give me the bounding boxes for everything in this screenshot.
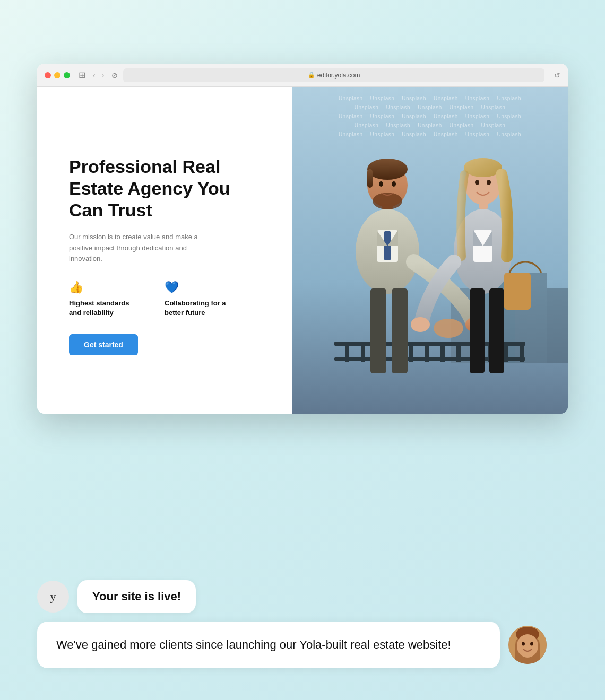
watermark-text: Unsplash bbox=[402, 95, 426, 101]
feature-icons-row: 👍 Highest standards and reliability 💙 Co… bbox=[69, 281, 265, 318]
watermark-text: Unsplash bbox=[481, 104, 506, 110]
overlay-row-2: Unsplash Unsplash Unsplash Unsplash Unsp… bbox=[355, 104, 506, 110]
svg-point-53 bbox=[530, 642, 533, 646]
watermark-text: Unsplash bbox=[370, 132, 395, 137]
address-bar[interactable]: 🔒 editor.yola.com bbox=[123, 68, 544, 82]
watermark-text: Unsplash bbox=[370, 95, 395, 101]
url-text: editor.yola.com bbox=[317, 72, 360, 79]
right-panel: Unsplash Unsplash Unsplash Unsplash Unsp… bbox=[292, 87, 568, 414]
get-started-button[interactable]: Get started bbox=[69, 334, 138, 355]
watermark-text: Unsplash bbox=[418, 122, 442, 128]
feature-item-standards: 👍 Highest standards and reliability bbox=[69, 281, 143, 318]
lock-icon: 🔒 bbox=[308, 72, 315, 78]
watermark-text: Unsplash bbox=[450, 104, 474, 110]
hero-description: Our mission is to create value and make … bbox=[69, 232, 218, 265]
overlay-row-1: Unsplash Unsplash Unsplash Unsplash Unsp… bbox=[339, 95, 521, 101]
watermark-text: Unsplash bbox=[418, 104, 442, 110]
watermark-text: Unsplash bbox=[339, 113, 363, 119]
feature-label-standards: Highest standards and reliability bbox=[69, 299, 143, 318]
watermark-text: Unsplash bbox=[355, 122, 379, 128]
forward-arrow-icon[interactable]: › bbox=[100, 70, 107, 81]
close-button-icon[interactable] bbox=[45, 72, 51, 78]
feature-label-collaborating: Collaborating for a better future bbox=[165, 299, 239, 318]
user-avatar bbox=[508, 626, 547, 664]
svg-point-51 bbox=[517, 634, 538, 658]
watermark-text: Unsplash bbox=[465, 113, 490, 119]
svg-point-52 bbox=[522, 642, 525, 646]
watermark-text: Unsplash bbox=[465, 95, 490, 101]
privacy-icon: ⊘ bbox=[111, 71, 118, 80]
watermark-text: Unsplash bbox=[339, 132, 363, 137]
watermark-text: Unsplash bbox=[434, 113, 458, 119]
image-watermark-overlay: Unsplash Unsplash Unsplash Unsplash Unsp… bbox=[292, 87, 568, 414]
overlay-row-4: Unsplash Unsplash Unsplash Unsplash Unsp… bbox=[355, 122, 506, 128]
watermark-text: Unsplash bbox=[386, 104, 410, 110]
browser-toolbar: ⊞ ‹ › ⊘ 🔒 editor.yola.com ↺ bbox=[37, 64, 568, 87]
watermark-text: Unsplash bbox=[434, 95, 458, 101]
chat-section: y Your site is live! We've gained more c… bbox=[37, 580, 547, 668]
watermark-text: Unsplash bbox=[465, 132, 490, 137]
watermark-text: Unsplash bbox=[339, 95, 363, 101]
watermark-text: Unsplash bbox=[481, 122, 506, 128]
website-content: Professional Real Estate Agency You Can … bbox=[37, 87, 568, 414]
hero-title: Professional Real Estate Agency You Can … bbox=[69, 156, 265, 221]
user-avatar-image bbox=[508, 626, 547, 664]
watermark-text: Unsplash bbox=[497, 95, 521, 101]
thumbsup-icon: 👍 bbox=[69, 281, 143, 294]
traffic-lights bbox=[45, 72, 70, 78]
minimize-button-icon[interactable] bbox=[54, 72, 60, 78]
yola-chat-bubble: y Your site is live! bbox=[37, 580, 547, 613]
sidebar-toggle-icon[interactable]: ⊞ bbox=[79, 70, 85, 80]
watermark-text: Unsplash bbox=[402, 132, 426, 137]
yola-avatar-letter: y bbox=[50, 590, 56, 603]
testimonial-text: We've gained more clients since launchin… bbox=[37, 622, 500, 668]
watermark-text: Unsplash bbox=[386, 122, 410, 128]
watermark-text: Unsplash bbox=[434, 132, 458, 137]
hero-image: Unsplash Unsplash Unsplash Unsplash Unsp… bbox=[292, 87, 568, 414]
watermark-text: Unsplash bbox=[370, 113, 395, 119]
watermark-text: Unsplash bbox=[355, 104, 379, 110]
watermark-text: Unsplash bbox=[402, 113, 426, 119]
reload-icon[interactable]: ↺ bbox=[554, 71, 560, 80]
overlay-row-5: Unsplash Unsplash Unsplash Unsplash Unsp… bbox=[339, 132, 521, 137]
yola-avatar: y bbox=[37, 581, 69, 612]
overlay-row-3: Unsplash Unsplash Unsplash Unsplash Unsp… bbox=[339, 113, 521, 119]
fullscreen-button-icon[interactable] bbox=[64, 72, 70, 78]
watermark-text: Unsplash bbox=[450, 122, 474, 128]
heart-icon: 💙 bbox=[165, 281, 239, 294]
left-panel: Professional Real Estate Agency You Can … bbox=[37, 87, 292, 414]
back-arrow-icon[interactable]: ‹ bbox=[91, 70, 98, 81]
watermark-text: Unsplash bbox=[497, 132, 521, 137]
site-live-message: Your site is live! bbox=[77, 580, 196, 613]
nav-arrows: ‹ › bbox=[91, 70, 106, 81]
watermark-text: Unsplash bbox=[497, 113, 521, 119]
browser-window: ⊞ ‹ › ⊘ 🔒 editor.yola.com ↺ Professional… bbox=[37, 64, 568, 414]
feature-item-collaborating: 💙 Collaborating for a better future bbox=[165, 281, 239, 318]
user-testimonial-bubble: We've gained more clients since launchin… bbox=[37, 622, 547, 668]
